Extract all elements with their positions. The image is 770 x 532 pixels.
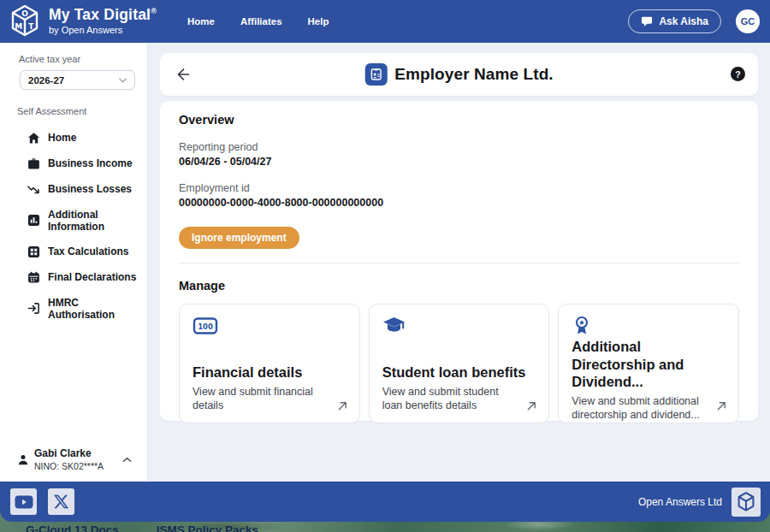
reporting-period-label: Reporting period: [179, 141, 739, 153]
user-avatar[interactable]: GC: [736, 9, 760, 33]
login-icon: [27, 302, 40, 315]
sidebar-item-tax-calculations[interactable]: Tax Calculations: [0, 239, 147, 264]
sidebar: Active tax year 2026-27 Self Assessment …: [0, 43, 148, 482]
svg-text:M: M: [15, 22, 22, 31]
top-nav: Home Affiliates Help: [187, 16, 329, 27]
svg-text:100: 100: [198, 322, 213, 331]
card-student-loan-benefits[interactable]: Student loan benefits View and submit st…: [369, 304, 550, 423]
arrow-up-right-icon: [526, 400, 537, 411]
user-menu[interactable]: Gabi Clarke NINO: SK02****A: [0, 440, 147, 482]
chevron-up-icon: [122, 457, 132, 463]
sidebar-item-hmrc-authorisation[interactable]: HMRC Authorisation: [0, 290, 147, 327]
chevron-down-icon: [119, 78, 127, 83]
person-icon: [18, 454, 28, 465]
page: O M T My Tax Digital® by Open Answers Ho…: [0, 0, 770, 532]
sidebar-item-final-declarations[interactable]: Final Declarations: [0, 264, 147, 290]
sidebar-item-additional-information[interactable]: Additional Information: [0, 202, 147, 239]
bar-chart-icon: [27, 214, 40, 227]
svg-text:T: T: [28, 22, 34, 31]
employment-id-label: Employment id: [179, 182, 739, 194]
user-nino: NINO: SK02****A: [34, 461, 104, 471]
card-title: Additional Directorship and Dividend...: [572, 338, 726, 391]
card-financial-details[interactable]: 100 Financial details View and submit fi…: [179, 304, 360, 423]
nav-affiliates[interactable]: Affiliates: [240, 16, 282, 27]
arrow-up-right-icon: [716, 400, 727, 411]
card-title: Financial details: [192, 364, 346, 381]
user-name: Gabi Clarke: [34, 448, 104, 460]
top-navbar: O M T My Tax Digital® by Open Answers Ho…: [0, 0, 770, 43]
x-twitter-icon[interactable]: [48, 488, 74, 515]
page-header-card: Employer Name Ltd. ?: [160, 53, 758, 96]
manage-heading: Manage: [179, 279, 739, 293]
grid-calculator-icon: [27, 245, 40, 258]
banknote-icon: 100: [192, 316, 346, 336]
employment-card: Overview Reporting period 06/04/26 - 05/…: [160, 101, 758, 421]
reporting-period-value: 06/04/26 - 05/04/27: [179, 156, 739, 168]
page-title: Employer Name Ltd.: [394, 65, 554, 84]
award-icon: [572, 316, 726, 338]
ignore-employment-button[interactable]: Ignore employment: [179, 227, 299, 249]
sidebar-item-business-income[interactable]: Business Income: [0, 151, 147, 176]
arrow-up-right-icon: [337, 400, 348, 411]
chat-bubble-icon: [641, 16, 653, 27]
card-title: Student loan benefits: [382, 364, 536, 381]
card-description: View and submit student loan benefits de…: [382, 385, 536, 413]
brand-subtitle: by Open Answers: [49, 26, 157, 35]
id-badge-icon: [364, 63, 387, 86]
briefcase-icon: [27, 157, 40, 170]
employment-id-value: 00000000-0000-4000-8000-000000000000: [179, 197, 739, 209]
link-isms-policy-packs[interactable]: ISMS Policy Packs: [157, 523, 258, 532]
calendar-icon: [27, 271, 40, 284]
tax-year-select[interactable]: 2026-27: [20, 70, 135, 90]
link-g-cloud-docs[interactable]: G-Cloud 13 Docs: [26, 523, 119, 532]
card-additional-directorship-dividend[interactable]: Additional Directorship and Dividend... …: [558, 304, 739, 423]
card-description: View and submit financial details: [192, 385, 346, 413]
brand-home-link[interactable]: O M T My Tax Digital® by Open Answers: [9, 4, 157, 38]
graduation-cap-icon: [382, 316, 536, 336]
active-tax-year-label: Active tax year: [19, 54, 147, 64]
youtube-icon[interactable]: [10, 488, 37, 515]
trend-down-icon: [27, 183, 40, 196]
nav-help[interactable]: Help: [308, 16, 329, 27]
svg-text:O: O: [21, 9, 28, 18]
footer: Open Answers Ltd: [0, 482, 770, 522]
brand-cube-logo-icon: O M T: [9, 4, 41, 38]
nav-home[interactable]: Home: [187, 16, 215, 27]
overview-heading: Overview: [179, 113, 739, 127]
card-description: View and submit additional directorship …: [572, 394, 726, 423]
help-icon[interactable]: ?: [731, 67, 745, 81]
home-icon: [27, 132, 40, 145]
footer-company-name: Open Answers Ltd: [638, 496, 722, 508]
sidebar-item-home[interactable]: Home: [0, 125, 147, 151]
self-assessment-section-label: Self Assessment: [17, 106, 147, 116]
ask-aisha-button[interactable]: Ask Aisha: [628, 9, 721, 33]
open-answers-cube-icon[interactable]: [732, 488, 761, 517]
divider: [179, 263, 739, 263]
brand-title: My Tax Digital®: [49, 8, 157, 23]
sidebar-item-business-losses[interactable]: Business Losses: [0, 176, 147, 202]
back-button[interactable]: [175, 66, 192, 83]
main-content: Employer Name Ltd. ? Overview Reporting …: [148, 43, 770, 482]
